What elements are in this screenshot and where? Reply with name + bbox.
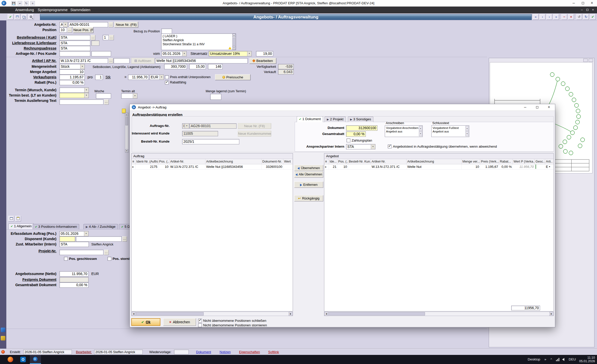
window-maximize-button[interactable] — [578, 0, 587, 6]
col-rabatt[interactable]: Rabat... — [499, 159, 513, 164]
bearbeiten-button[interactable]: Bearbeiten — [249, 58, 276, 64]
schlusstext-box[interactable]: Vorgabetext Fußtext Angebot aus ▲▼ — [431, 125, 469, 137]
zahlungsplan-checkbox[interactable] — [347, 139, 350, 142]
anfrage-nr-field[interactable] — [59, 51, 90, 56]
artikel-browse-button[interactable]: ... — [109, 58, 113, 63]
col-preis[interactable]: Preis (Verk... — [480, 159, 499, 164]
tab-ab-zuschlaege[interactable]: ▶4 Ab- / Zuschläge — [83, 224, 118, 230]
eigenschaften-link[interactable]: Eigenschaften — [239, 349, 260, 355]
scroll-down-icon[interactable]: ▼ — [125, 149, 128, 152]
preissuche-button[interactable]: Preissuche — [215, 74, 250, 80]
cell-bestell[interactable] — [348, 164, 371, 169]
angebots-nr-field[interactable]: AN26-00101 — [68, 22, 108, 27]
angebotstext-checkbox[interactable] — [388, 145, 392, 148]
dropdown-arrow-icon[interactable] — [371, 144, 375, 149]
cell-arti[interactable]: E • — [545, 164, 553, 169]
uebernehmen-button[interactable]: Übernehmen — [294, 165, 323, 171]
disponent-kuerzel-field[interactable] — [59, 236, 75, 242]
auftrag-table-header[interactable]: ≡ Ident-Nr. (Auftra... Pos. (... Artikel… — [132, 159, 293, 164]
dropdown-arrow-icon[interactable] — [63, 22, 68, 27]
menu-icon[interactable]: ≡ — [132, 159, 136, 164]
window-minimize-button[interactable]: – — [569, 0, 578, 6]
cell-bez[interactable]: Welle Nut ||11685343456 — [205, 164, 262, 169]
anschreiben-box[interactable]: Vorgabetext Anschreiben Angebot aus ▲▼ — [385, 125, 423, 137]
cell-ide[interactable]: 21 — [329, 164, 337, 169]
schlusstext-spinner[interactable]: ▲▼ — [465, 126, 469, 136]
angebots-nr-browse-button[interactable]: ... — [109, 22, 113, 27]
scrollbar-thumb[interactable] — [136, 312, 204, 315]
col-bestell[interactable]: Bestell-Nr. Kun... — [348, 159, 371, 164]
positionen-stornieren-checkbox[interactable] — [198, 323, 202, 327]
cell-wert[interactable]: 11.956,70 — [513, 164, 535, 169]
alle-uebernehmen-button[interactable]: Alle Übernehmen — [294, 171, 323, 178]
col-ide[interactable]: Ide... — [329, 159, 337, 164]
anschreiben-spinner[interactable]: ▲▼ — [419, 126, 422, 136]
mdi-close-button[interactable]: × — [590, 7, 595, 12]
col-artikel[interactable]: Artikel-Nr. — [169, 159, 205, 164]
quick-save-icon[interactable]: 💾 — [11, 1, 16, 6]
bestell-nr-field[interactable]: 2025/1 — [182, 139, 239, 144]
bezug-zu-position-field[interactable] — [161, 29, 172, 34]
termin-text-browse-button[interactable]: ... — [104, 99, 109, 105]
scroll-down-icon[interactable]: ▼ — [232, 46, 236, 50]
scrollbar-thumb[interactable] — [329, 312, 425, 315]
tab-positions-informationen[interactable]: ✔3 Positions-Informationen — [33, 224, 79, 230]
bestelleradresse-field[interactable]: STA — [59, 35, 90, 40]
angebot-table-header[interactable]: ≡ Ide... Pos. (... Bestell-Nr. Kun... Ar… — [324, 159, 553, 164]
dropdown-arrow-icon[interactable] — [84, 231, 88, 236]
entfernen-button[interactable]: Entfernen — [294, 181, 323, 188]
verkaufspreis-field[interactable]: 1.195,67 — [59, 75, 85, 80]
auftrag-hscrollbar[interactable]: ◀ ▶ — [131, 312, 293, 316]
col-dok[interactable]: Dokument-Nr. — [262, 159, 283, 164]
form-view-button[interactable] — [15, 216, 21, 221]
grid-view-button[interactable] — [8, 216, 14, 221]
pos-storniert-checkbox[interactable] — [108, 257, 111, 261]
disponent-browse-button[interactable]: ... — [122, 236, 127, 242]
nav-first-button[interactable]: « — [533, 14, 539, 20]
col-ident[interactable]: Ident-Nr. (Auftra... — [136, 159, 158, 164]
clock[interactable]: 11:10 05.01.2026 — [579, 355, 595, 364]
cell-dok[interactable]: 332600100 — [262, 164, 283, 169]
scroll-up-icon[interactable]: ▲ — [125, 113, 128, 116]
dropdown-arrow-icon[interactable] — [133, 94, 137, 98]
bearbeitet-link[interactable]: Bearbeitet: — [76, 349, 92, 355]
language-indicator[interactable]: DEU — [569, 355, 576, 364]
notizen-link[interactable]: Notizen — [220, 349, 231, 355]
col-artikel[interactable]: Artikel-Nr. — [371, 159, 407, 164]
mdi-maximize-button[interactable] — [585, 7, 590, 12]
rechnungsadresse-field[interactable]: STA — [59, 46, 90, 51]
gesamtrabatt-field[interactable]: 0,00 % — [346, 131, 366, 137]
dropdown-arrow-icon[interactable] — [84, 93, 89, 98]
adressinfo-scrollbar[interactable]: ▲ ▼ — [232, 34, 236, 50]
termin-wunsch-combo[interactable] — [59, 87, 89, 93]
dropdown-arrow-icon[interactable] — [84, 88, 89, 93]
neue-nr-button[interactable]: Neue Nr. (F8) — [114, 22, 138, 28]
taskbar-desktop-label[interactable]: Desktop — [528, 355, 540, 364]
ansprechpartner-combo[interactable]: STA — [346, 144, 375, 149]
termin-text-field[interactable] — [59, 99, 103, 105]
gesamtrabatt-dokument-field[interactable]: 0,00 % — [59, 282, 89, 288]
col-bez[interactable]: Artikelbezeichnung — [407, 159, 462, 164]
scroll-right-icon[interactable]: ▶ — [549, 312, 553, 316]
cell-geschlossen[interactable] — [535, 164, 545, 169]
col-pos[interactable]: Pos. (... — [337, 159, 348, 164]
taskbar-prodat-button[interactable] — [30, 355, 41, 364]
kukl-browse-button[interactable]: ... — [109, 35, 114, 40]
neue-pos-button[interactable]: Neue Pos. (F8) — [73, 27, 93, 33]
col-bez[interactable]: Artikelbezeichnung — [205, 159, 262, 164]
dialog-tab-dokument[interactable]: ✔1 Dokument — [297, 116, 323, 122]
status-alert-icon[interactable] — [1, 350, 5, 354]
menu-stammdaten[interactable]: Stammdaten — [69, 7, 92, 13]
dialog-tab-projekt[interactable]: ▶2 Projekt — [325, 117, 346, 122]
speaker-icon[interactable] — [562, 358, 564, 361]
scroll-up-icon[interactable]: ▲ — [232, 34, 236, 37]
menu-anwendung[interactable]: Anwendung — [14, 7, 35, 13]
softlink-link[interactable]: Softlink — [268, 349, 279, 355]
kukl-field[interactable]: 1 — [103, 35, 109, 40]
window-close-button[interactable]: × — [587, 0, 596, 6]
projekt-browse-button[interactable]: ... — [104, 250, 109, 255]
positionen-schliessen-checkbox[interactable] — [198, 319, 202, 323]
angebot-table-row[interactable]: ▸ 21 10 W.13.N-272.371 /C Welle Nut 10 1… — [324, 164, 553, 170]
anfrage-pos-field[interactable] — [91, 51, 111, 56]
waehrung-combo[interactable]: EUR — [150, 75, 164, 80]
